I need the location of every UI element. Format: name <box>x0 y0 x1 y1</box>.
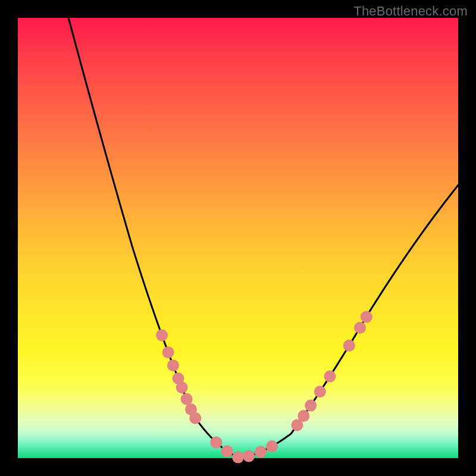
curve-marker <box>255 446 267 458</box>
plot-area <box>18 18 458 458</box>
curve-marker <box>305 400 317 412</box>
curve-markers <box>156 311 372 464</box>
curve-marker <box>210 437 222 449</box>
chart-overlay <box>18 18 458 458</box>
curve-marker <box>324 371 336 383</box>
curve-marker <box>176 381 188 393</box>
curve-marker <box>162 346 174 358</box>
watermark-text: TheBottleneck.com <box>353 4 468 19</box>
curve-marker <box>343 340 355 352</box>
image-frame: TheBottleneck.com <box>0 0 476 476</box>
curve-marker <box>361 311 372 323</box>
curve-marker <box>232 452 244 464</box>
curve-path <box>68 18 458 458</box>
curve-marker <box>266 440 278 452</box>
curve-marker <box>298 410 309 422</box>
curve-marker <box>189 412 201 424</box>
curve-marker <box>181 393 193 405</box>
curve-marker <box>221 445 233 457</box>
bottleneck-curve <box>68 18 458 458</box>
curve-marker <box>314 386 326 397</box>
curve-marker <box>156 330 168 342</box>
curve-marker <box>354 322 366 334</box>
curve-marker <box>243 450 255 462</box>
curve-marker <box>167 359 179 371</box>
